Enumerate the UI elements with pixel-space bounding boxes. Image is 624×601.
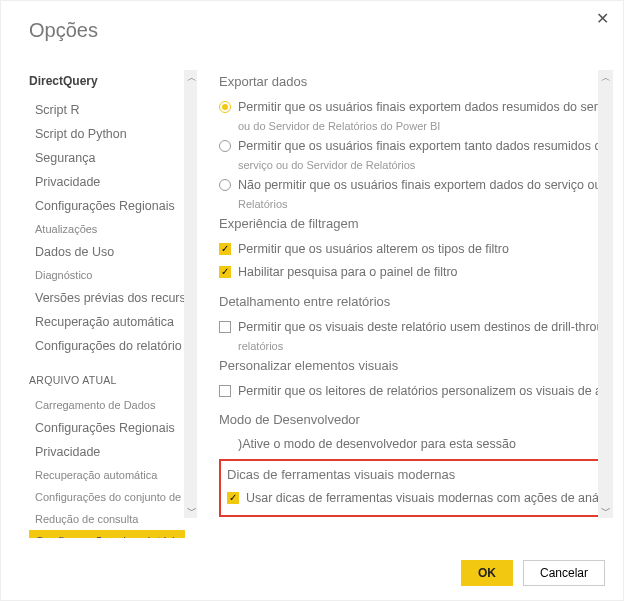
sidebar-item-regional[interactable]: Configurações Regionais <box>29 194 185 218</box>
check-filter-types[interactable]: ✓ Permitir que os usuários alterem os ti… <box>219 241 613 258</box>
sidebar-item-report-settings-file[interactable]: Configurações do relatório <box>29 530 185 538</box>
sidebar-item-security[interactable]: Segurança <box>29 146 185 170</box>
check-label: Habilitar pesquisa para o painel de filt… <box>238 264 458 281</box>
content-scrollbar[interactable]: ︿ ﹀ <box>598 70 613 518</box>
check-label: Permitir que os usuários alterem os tipo… <box>238 241 509 258</box>
sidebar-item-regional-file[interactable]: Configurações Regionais <box>29 416 185 440</box>
radio-subtext: ou do Servidor de Relatórios do Power BI <box>219 120 613 132</box>
dialog-body: ︿ ﹀ DirectQuery Script R Script do Pytho… <box>29 68 613 538</box>
sidebar-scrollbar[interactable]: ︿ ﹀ <box>184 70 197 518</box>
check-modern-tooltips[interactable]: ✓ Usar dicas de ferramentas visuais mode… <box>227 490 605 507</box>
content-pane: ︿ ﹀ Exportar dados Permitir que os usuár… <box>197 68 613 538</box>
sidebar-item-updates[interactable]: Atualizações <box>29 218 185 240</box>
check-label: Usar dicas de ferramentas visuais modern… <box>246 490 613 507</box>
checkbox-icon[interactable] <box>219 385 231 397</box>
radio-export-none[interactable]: Não permitir que os usuários finais expo… <box>219 177 613 194</box>
check-label: Permitir que os leitores de relatórios p… <box>238 383 613 400</box>
check-drillthrough[interactable]: Permitir que os visuais deste relatório … <box>219 319 613 336</box>
section-personalize-visuals: Personalizar elementos visuais <box>219 358 613 373</box>
radio-export-summarized[interactable]: Permitir que os usuários finais exportem… <box>219 99 613 116</box>
sidebar-item-privacy-file[interactable]: Privacidade <box>29 440 185 464</box>
sidebar: ︿ ﹀ DirectQuery Script R Script do Pytho… <box>29 68 197 538</box>
section-developer-mode: Modo de Desenvolvedor <box>219 412 613 427</box>
radio-label: Não permitir que os usuários finais expo… <box>238 177 613 194</box>
scroll-down-icon[interactable]: ﹀ <box>598 503 613 518</box>
sidebar-item-auto-recovery-file[interactable]: Recuperação automática <box>29 464 185 486</box>
dialog-footer: OK Cancelar <box>461 560 605 586</box>
check-personalize[interactable]: Permitir que os leitores de relatórios p… <box>219 383 613 400</box>
sidebar-item-diagnostics[interactable]: Diagnóstico <box>29 264 185 286</box>
radio-icon[interactable] <box>219 179 231 191</box>
radio-export-both[interactable]: Permitir que os usuários finais exportem… <box>219 138 613 155</box>
section-cross-report-drill: Detalhamento entre relatórios <box>219 294 613 309</box>
sidebar-item-usage-data[interactable]: Dados de Uso <box>29 240 185 264</box>
check-subtext: relatórios <box>219 340 613 352</box>
section-filter-experience: Experiência de filtragem <box>219 216 613 231</box>
sidebar-group-current-file: ARQUIVO ATUAL <box>29 374 185 386</box>
sidebar-group-global: DirectQuery <box>29 74 185 88</box>
sidebar-item-query-reduction[interactable]: Redução de consulta <box>29 508 185 530</box>
sidebar-item-script-r[interactable]: Script R <box>29 98 185 122</box>
options-dialog: ✕ Opções ︿ ﹀ DirectQuery Script R Script… <box>0 0 624 601</box>
developer-mode-text: )Ative o modo de desenvolvedor para esta… <box>219 437 613 451</box>
checkbox-icon[interactable]: ✓ <box>219 243 231 255</box>
dialog-title: Opções <box>29 19 613 42</box>
sidebar-item-preview-features[interactable]: Versões prévias dos recursos <box>29 286 185 310</box>
sidebar-item-dataset-config[interactable]: Configurações do conjunto de dados publi… <box>29 486 185 508</box>
checkbox-icon[interactable] <box>219 321 231 333</box>
section-export-data: Exportar dados <box>219 74 613 89</box>
close-icon[interactable]: ✕ <box>596 9 609 28</box>
scroll-down-icon[interactable]: ﹀ <box>184 503 197 518</box>
cancel-button[interactable]: Cancelar <box>523 560 605 586</box>
sidebar-item-privacy[interactable]: Privacidade <box>29 170 185 194</box>
check-filter-search[interactable]: ✓ Habilitar pesquisa para o painel de fi… <box>219 264 613 281</box>
sidebar-item-script-python[interactable]: Script do Python <box>29 122 185 146</box>
radio-icon[interactable] <box>219 101 231 113</box>
highlighted-section: Dicas de ferramentas visuais modernas ✓ … <box>219 459 613 517</box>
radio-subtext: Relatórios <box>219 198 613 210</box>
checkbox-icon[interactable]: ✓ <box>219 266 231 278</box>
ok-button[interactable]: OK <box>461 560 513 586</box>
radio-label: Permitir que os usuários finais exportem… <box>238 138 613 155</box>
sidebar-item-data-load[interactable]: Carregamento de Dados <box>29 394 185 416</box>
radio-label: Permitir que os usuários finais exportem… <box>238 99 613 116</box>
checkbox-icon[interactable]: ✓ <box>227 492 239 504</box>
scroll-up-icon[interactable]: ︿ <box>598 70 613 85</box>
section-modern-tooltips: Dicas de ferramentas visuais modernas <box>227 467 605 482</box>
radio-icon[interactable] <box>219 140 231 152</box>
sidebar-item-report-settings[interactable]: Configurações do relatório <box>29 334 185 358</box>
radio-subtext: serviço ou do Servidor de Relatórios <box>219 159 613 171</box>
sidebar-item-auto-recovery[interactable]: Recuperação automática <box>29 310 185 334</box>
scroll-up-icon[interactable]: ︿ <box>184 70 197 85</box>
check-label: Permitir que os visuais deste relatório … <box>238 319 613 336</box>
